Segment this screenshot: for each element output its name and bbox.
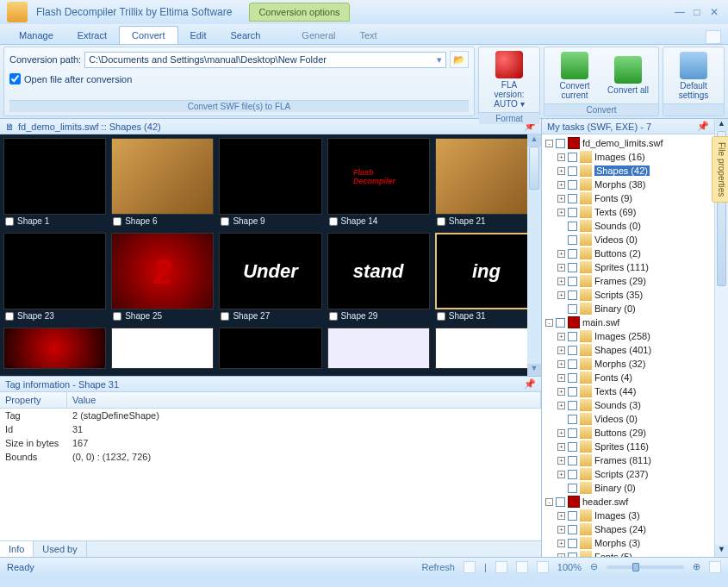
maximize-button[interactable]: □: [690, 6, 704, 18]
scroll-down-arrow[interactable]: ▼: [715, 545, 728, 557]
expand-toggle[interactable]: +: [557, 347, 565, 354]
thumbnail-checkbox[interactable]: [329, 217, 338, 226]
expand-toggle[interactable]: +: [557, 250, 565, 258]
expand-toggle[interactable]: +: [557, 402, 565, 409]
select-icon[interactable]: [537, 561, 549, 573]
expand-toggle[interactable]: +: [557, 457, 565, 465]
tree-node[interactable]: Binary (0): [544, 302, 712, 315]
tab-used-by[interactable]: Used by: [34, 541, 86, 557]
tree-checkbox[interactable]: [568, 539, 577, 548]
tree-node[interactable]: +Frames (29): [544, 274, 712, 288]
default-settings-button[interactable]: Default settings: [670, 52, 717, 100]
thumbnail-item[interactable]: Shape 1: [3, 138, 106, 228]
tree-checkbox[interactable]: [568, 387, 577, 397]
tree-node[interactable]: -main.swf: [544, 315, 712, 329]
tree-checkbox[interactable]: [568, 415, 577, 424]
tree-checkbox[interactable]: [568, 277, 577, 286]
tree-checkbox[interactable]: [568, 553, 577, 558]
thumbnail-item[interactable]: [219, 328, 321, 369]
expand-toggle[interactable]: [557, 415, 565, 423]
thumbnail-item[interactable]: [327, 328, 430, 369]
expand-toggle[interactable]: +: [557, 360, 565, 368]
expand-toggle[interactable]: +: [557, 540, 565, 547]
tree-node[interactable]: +Sprites (116): [544, 440, 712, 453]
tree-checkbox[interactable]: [568, 332, 577, 341]
tree-node[interactable]: +Shapes (24): [544, 522, 712, 536]
tree-checkbox[interactable]: [568, 470, 577, 479]
expand-toggle[interactable]: -: [545, 140, 553, 147]
thumbnail-item[interactable]: Under Shape 27: [219, 233, 321, 322]
tree-checkbox[interactable]: [568, 359, 577, 369]
convert-current-button[interactable]: Convert current: [551, 52, 598, 100]
thumbnail-item[interactable]: [3, 328, 106, 369]
col-property[interactable]: Property: [0, 392, 67, 408]
tree-checkbox[interactable]: [568, 346, 577, 355]
scroll-down-arrow[interactable]: ▼: [527, 364, 541, 376]
tab-info[interactable]: Info: [0, 541, 34, 557]
expand-toggle[interactable]: +: [557, 167, 565, 175]
thumbs-scrollbar[interactable]: ▲ ▼: [527, 134, 541, 376]
tab-edit[interactable]: Edit: [178, 27, 219, 44]
expand-toggle[interactable]: +: [557, 553, 565, 558]
conversion-path-input[interactable]: C:\Documents and Settings\manual\Desktop…: [84, 52, 446, 68]
refresh-button[interactable]: Refresh: [421, 562, 455, 572]
thumbnail-item[interactable]: Shape 6: [111, 138, 214, 228]
tree-node[interactable]: Videos (0): [544, 412, 712, 426]
conversion-options-tab[interactable]: Conversion options: [249, 3, 349, 22]
thumbnail-item[interactable]: 2 Shape 25: [111, 233, 214, 322]
expand-toggle[interactable]: +: [557, 388, 565, 396]
expand-toggle[interactable]: [557, 236, 565, 244]
tree-checkbox[interactable]: [568, 153, 577, 162]
ribbon-toggle-icon[interactable]: [706, 30, 721, 44]
tree-node[interactable]: +Morphs (3): [544, 536, 712, 550]
expand-toggle[interactable]: +: [557, 153, 565, 161]
thumbnail-item[interactable]: ing Shape 31: [435, 233, 538, 322]
tab-extract[interactable]: Extract: [65, 27, 119, 44]
thumbnail-item[interactable]: [435, 328, 538, 369]
resize-grip-icon[interactable]: [709, 561, 721, 573]
tree-node[interactable]: +Fonts (4): [544, 371, 712, 384]
zoom-in-button[interactable]: ⊕: [693, 561, 700, 572]
scroll-thumb[interactable]: [529, 147, 539, 190]
expand-toggle[interactable]: +: [557, 291, 565, 299]
thumbnail-item[interactable]: Shape 21: [435, 138, 538, 228]
tree-checkbox[interactable]: [568, 194, 577, 203]
tree-checkbox[interactable]: [568, 401, 577, 410]
tree-node[interactable]: +Buttons (2): [544, 247, 712, 260]
tree-node[interactable]: Binary (0): [544, 481, 712, 495]
expand-toggle[interactable]: +: [557, 443, 565, 451]
chevron-down-icon[interactable]: ▾: [437, 54, 442, 66]
tree-checkbox[interactable]: [568, 304, 577, 314]
close-button[interactable]: ✕: [707, 6, 721, 18]
zoom-knob[interactable]: [632, 563, 639, 571]
tree-node[interactable]: +Scripts (35): [544, 288, 712, 302]
tree-node[interactable]: +Buttons (29): [544, 426, 712, 440]
tab-manage[interactable]: Manage: [7, 27, 65, 44]
tree-checkbox[interactable]: [568, 290, 577, 300]
expand-toggle[interactable]: +: [557, 512, 565, 520]
tree-checkbox[interactable]: [568, 222, 577, 231]
tab-text[interactable]: Text: [348, 27, 389, 44]
file-properties-tab[interactable]: File properties: [712, 136, 728, 203]
thumbnail-checkbox[interactable]: [437, 312, 445, 321]
thumbnail-item[interactable]: stand Shape 29: [327, 233, 430, 322]
expand-toggle[interactable]: +: [557, 278, 565, 285]
thumbnail-checkbox[interactable]: [221, 312, 229, 321]
tree-checkbox[interactable]: [556, 139, 565, 148]
tree-node[interactable]: +Shapes (42): [544, 164, 712, 178]
minimize-button[interactable]: —: [673, 6, 687, 18]
col-value[interactable]: Value: [67, 392, 541, 408]
expand-toggle[interactable]: +: [557, 209, 565, 216]
expand-toggle[interactable]: +: [557, 195, 565, 203]
scroll-up-arrow[interactable]: ▲: [715, 119, 728, 131]
tree-node[interactable]: +Scripts (237): [544, 467, 712, 481]
expand-toggle[interactable]: +: [557, 429, 565, 437]
expand-toggle[interactable]: +: [557, 374, 565, 382]
view-grid-icon[interactable]: [495, 561, 507, 573]
tree-node[interactable]: +Texts (44): [544, 384, 712, 398]
camera-icon[interactable]: [464, 561, 476, 573]
tree-checkbox[interactable]: [568, 249, 577, 259]
thumbnail-checkbox[interactable]: [221, 217, 229, 226]
tree-node[interactable]: +Fonts (5): [544, 550, 712, 557]
tree-checkbox[interactable]: [568, 525, 577, 534]
